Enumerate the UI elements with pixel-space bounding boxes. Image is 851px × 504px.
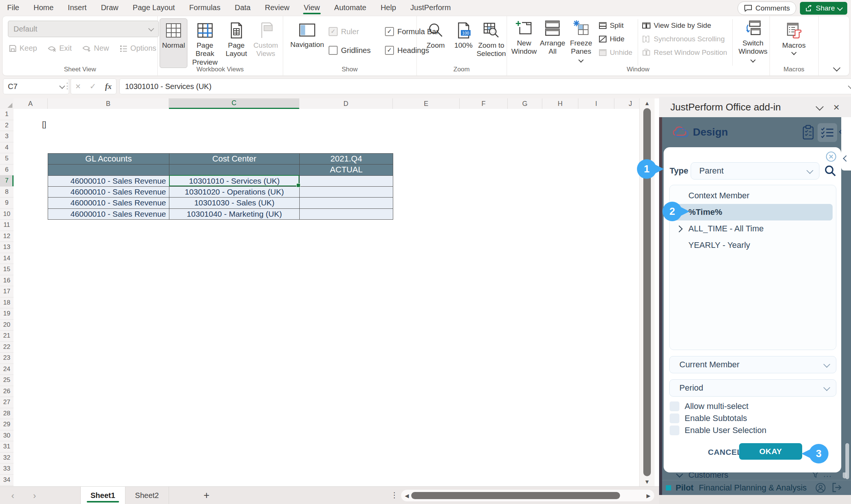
- type-dropdown[interactable]: Parent: [691, 162, 819, 180]
- tab-scroll-left-icon[interactable]: ‹: [11, 487, 14, 504]
- table-header-gl-accounts[interactable]: GL Accounts: [48, 154, 169, 164]
- row-header[interactable]: 25: [0, 375, 14, 386]
- option-checkbox[interactable]: Allow multi-select: [670, 401, 767, 412]
- row-header[interactable]: 19: [0, 308, 14, 320]
- okay-button[interactable]: OKAY: [739, 443, 802, 460]
- formula-input[interactable]: 10301010 - Services (UK): [119, 78, 851, 94]
- column-header[interactable]: G: [508, 98, 542, 109]
- confirm-entry-icon[interactable]: ✓: [89, 82, 96, 91]
- cells-grid[interactable]: [] GL Accounts Cost Center 2021.Q4 ACTUA…: [14, 109, 639, 486]
- panel-close-icon[interactable]: ×: [833, 101, 839, 113]
- row-header[interactable]: 11: [0, 220, 14, 231]
- collapse-ribbon-chevron[interactable]: [833, 64, 840, 72]
- card-close-icon[interactable]: [825, 151, 837, 162]
- row-header[interactable]: 12: [0, 231, 14, 242]
- option-checkbox[interactable]: Enable Subtotals: [670, 413, 767, 424]
- row-header[interactable]: 15: [0, 264, 14, 275]
- logout-icon[interactable]: [831, 482, 843, 493]
- checklist-icon[interactable]: [818, 123, 837, 142]
- new-window-button[interactable]: New Window: [510, 16, 539, 66]
- menu-tab[interactable]: View: [297, 0, 327, 15]
- hide-button[interactable]: Hide: [599, 33, 632, 45]
- cell-gl-account[interactable]: 46000010 - Sales Revenue: [48, 209, 169, 220]
- menu-tab[interactable]: JustPerform: [403, 0, 458, 15]
- column-header[interactable]: J: [614, 98, 639, 109]
- current-member-dropdown[interactable]: Current Member: [669, 356, 836, 373]
- row-header[interactable]: 6: [0, 164, 14, 176]
- scroll-down-icon[interactable]: ▼: [640, 478, 655, 485]
- normal-view-button[interactable]: Normal: [160, 18, 187, 68]
- cell-gl-account[interactable]: 46000010 - Sales Revenue: [48, 187, 169, 198]
- column-header[interactable]: E: [393, 98, 460, 109]
- zoom-100-button[interactable]: 100 100%: [450, 18, 477, 51]
- row-header[interactable]: 27: [0, 397, 14, 408]
- column-header[interactable]: F: [460, 98, 508, 109]
- member-list-item[interactable]: ALL_TIME - All Time: [670, 220, 836, 237]
- row-header[interactable]: 21: [0, 330, 14, 342]
- zoom-to-selection-button[interactable]: Zoom to Selection: [477, 18, 505, 60]
- column-header[interactable]: B: [48, 98, 169, 109]
- freeze-panes-button[interactable]: Freeze Panes: [567, 16, 596, 66]
- row-header[interactable]: 30: [0, 430, 14, 442]
- menu-tab[interactable]: Draw: [94, 0, 126, 15]
- reset-window-position-button[interactable]: Reset Window Position: [642, 47, 727, 58]
- new-sheet-view-button[interactable]: New: [82, 44, 109, 53]
- name-box[interactable]: C7: [3, 78, 69, 94]
- row-header[interactable]: 18: [0, 297, 14, 309]
- row-header[interactable]: 31: [0, 441, 14, 453]
- exit-sheet-view-button[interactable]: Exit: [48, 44, 72, 53]
- panel-splitter-handle[interactable]: [841, 117, 851, 171]
- row-header[interactable]: 34: [0, 475, 14, 486]
- menu-tab[interactable]: Page Layout: [125, 0, 182, 15]
- row-header[interactable]: 32: [0, 453, 14, 464]
- row-header[interactable]: 14: [0, 253, 14, 264]
- gridlines-checkbox[interactable]: Gridlines: [329, 46, 385, 55]
- synchronous-scrolling-button[interactable]: Synchronous Scrolling: [642, 33, 727, 45]
- row-header[interactable]: 3: [0, 131, 14, 142]
- option-checkbox[interactable]: Enable User Selection: [670, 425, 767, 436]
- menu-tab[interactable]: Automate: [327, 0, 374, 15]
- vertical-scrollbar[interactable]: ▲ ▼: [639, 98, 655, 486]
- share-button[interactable]: Share: [800, 2, 847, 15]
- menu-tab[interactable]: Review: [258, 0, 297, 15]
- menu-tab[interactable]: File: [0, 0, 26, 15]
- panel-collapse-icon[interactable]: [816, 103, 824, 110]
- cell-value[interactable]: [300, 176, 393, 187]
- row-header[interactable]: 33: [0, 463, 14, 475]
- cell-gl-account[interactable]: 46000010 - Sales Revenue: [48, 198, 169, 208]
- table-subheader-empty[interactable]: [48, 164, 169, 175]
- cell-cost-center[interactable]: 10301040 - Marketing (UK): [169, 209, 300, 220]
- column-header[interactable]: A: [14, 98, 48, 109]
- row-header[interactable]: 26: [0, 386, 14, 397]
- cell-value[interactable]: [300, 209, 393, 220]
- search-icon[interactable]: [824, 164, 837, 177]
- member-list-item[interactable]: %Time%: [673, 204, 833, 220]
- period-dropdown[interactable]: Period: [669, 379, 836, 397]
- page-layout-button[interactable]: Page Layout: [222, 18, 250, 60]
- cell-gl-account[interactable]: 46000010 - Sales Revenue: [48, 176, 169, 187]
- keep-button[interactable]: Keep: [9, 44, 37, 53]
- user-icon[interactable]: [815, 482, 826, 493]
- table-header-period[interactable]: 2021.Q4: [300, 154, 393, 164]
- select-all-corner[interactable]: [0, 98, 14, 109]
- cell-cost-center[interactable]: 10301020 - Operations (UK): [169, 187, 300, 198]
- sheet-view-select[interactable]: Default: [8, 21, 159, 37]
- table-subheader-actual[interactable]: ACTUAL: [300, 164, 393, 175]
- row-header[interactable]: 29: [0, 419, 14, 430]
- column-header[interactable]: I: [578, 98, 614, 109]
- menu-tab[interactable]: Help: [373, 0, 403, 15]
- row-header[interactable]: 13: [0, 242, 14, 253]
- cell-value[interactable]: [300, 198, 393, 208]
- row-header[interactable]: 17: [0, 286, 14, 297]
- row-header[interactable]: 1: [0, 109, 14, 120]
- row-header[interactable]: 24: [0, 364, 14, 375]
- horizontal-scrollbar[interactable]: ◀ ▶: [401, 490, 654, 501]
- comments-button[interactable]: Comments: [738, 2, 796, 15]
- scroll-up-icon[interactable]: ▲: [640, 100, 655, 106]
- cell-value[interactable]: [300, 187, 393, 198]
- member-list-item[interactable]: YEARLY - Yearly: [670, 237, 836, 254]
- switch-windows-button[interactable]: Switch Windows: [736, 16, 770, 66]
- table-subheader-empty[interactable]: [169, 164, 300, 175]
- column-header[interactable]: C: [169, 98, 299, 109]
- view-side-by-side-button[interactable]: View Side by Side: [642, 20, 727, 31]
